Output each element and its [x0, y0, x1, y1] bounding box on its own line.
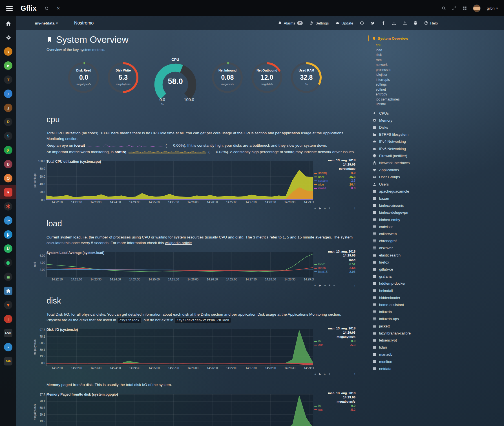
menu-app-elasticsearch[interactable]: elasticsearch	[372, 252, 457, 259]
gauge-net-outbound[interactable]: Net Outbound12.0megabits/s	[251, 57, 283, 100]
ndh-help[interactable]: Help	[424, 21, 438, 25]
gauge-disk-write[interactable]: Disk Write5.3megabytes/s	[107, 57, 140, 100]
rail-app-plex[interactable]: ›	[0, 44, 16, 59]
chart-plot-area[interactable]: 0.019.539.158.678.197.714:22:3014:23:001…	[33, 327, 357, 371]
chart-tool-3[interactable]: +	[329, 372, 330, 376]
menu-users[interactable]: Users	[372, 181, 457, 188]
rail-settings[interactable]	[0, 30, 16, 44]
menu-app-gitlab-ce[interactable]: gitlab-ce	[372, 266, 457, 273]
menu-app-binhex-emby[interactable]: binhex-emby	[372, 216, 457, 223]
rail-app-greendot[interactable]: ◉	[0, 256, 16, 270]
rail-app-sabnzbd[interactable]: sab	[0, 354, 16, 368]
menu-app-lidarr[interactable]: lidarr	[372, 344, 457, 351]
menu-app-diskover[interactable]: diskover	[372, 244, 457, 251]
gauge-disk-read[interactable]: Disk Read0.0megabytes/s	[67, 57, 100, 100]
menu-ipv6-networking[interactable]: IPv6 Networking	[372, 145, 457, 152]
chart-tool-4[interactable]: −	[333, 284, 335, 287]
rail-app-sonarr[interactable]: S	[0, 129, 16, 143]
user-menu[interactable]: gilbn	[487, 6, 498, 10]
chart-tool-0[interactable]: «	[314, 206, 316, 210]
menu-app-firefox[interactable]: firefox	[372, 259, 457, 266]
menu-ipv4-networking[interactable]: IPv4 Networking	[372, 138, 457, 145]
wikipedia-link[interactable]: wikipedia article	[165, 241, 192, 245]
search-icon[interactable]	[442, 6, 446, 10]
menu-sub-load[interactable]: load	[376, 48, 457, 53]
ndh-twitter[interactable]	[371, 21, 375, 25]
ndh-facebook[interactable]	[381, 21, 385, 25]
ndh-export[interactable]	[403, 21, 407, 25]
chart-tool-0[interactable]: «	[314, 372, 316, 376]
close-icon[interactable]: ×	[57, 5, 60, 11]
menu-app-jackett[interactable]: jackett	[372, 323, 457, 330]
rail-app-octo[interactable]: O	[0, 171, 16, 185]
chart-tool-1[interactable]: ▶	[319, 372, 321, 376]
menu-sub-uptime[interactable]: uptime	[376, 102, 457, 107]
menu-app-cadvisor[interactable]: cadvisor	[372, 223, 457, 230]
apps-grid-icon[interactable]	[463, 6, 467, 10]
chart-system-pgpgio[interactable]: Memory Paged from/to disk (system.pgpgio…	[33, 392, 357, 426]
chart-tool-0[interactable]: «	[314, 284, 316, 287]
rail-app-sync[interactable]: ∞	[0, 213, 16, 228]
menu-app-monitorr[interactable]: monitorr	[372, 358, 457, 365]
refresh-icon[interactable]	[45, 6, 49, 10]
menu-app-hddtemp-docker[interactable]: hddtemp-docker	[372, 280, 457, 287]
menu-app-grafana[interactable]: grafana	[372, 273, 457, 280]
rail-app-ubooquity[interactable]: U	[0, 242, 16, 256]
chart-tool-1[interactable]: ▶	[319, 206, 321, 210]
chart-system-load[interactable]: System Load Average (system.load)man. 13…	[33, 251, 357, 287]
menu-app-binhex-airsonic[interactable]: binhex-airsonic	[372, 202, 457, 209]
chart-plot-area[interactable]: 0.020.040.060.080.0100.014:22:3014:23:00…	[33, 159, 357, 205]
chart-resize-handle[interactable]: ↕	[354, 206, 356, 210]
chart-tool-4[interactable]: −	[333, 206, 335, 210]
menu-app-hiddenloader[interactable]: hiddenloader	[372, 294, 457, 301]
menu-sub-idlejitter[interactable]: idlejitter	[376, 72, 457, 77]
rail-app-tautulli[interactable]: T	[0, 73, 16, 87]
menu-user-groups[interactable]: User Groups	[372, 173, 457, 180]
rail-app-drop[interactable]: ●	[0, 340, 16, 354]
rail-app-lazylibrarian[interactable]: LAZY	[0, 326, 16, 340]
chart-plot-area[interactable]: 0.019.539.158.678.197.714:22:3014:23:001…	[33, 392, 357, 426]
rail-app-download[interactable]: ↓	[0, 312, 16, 326]
menu-sub-interrupts[interactable]: interrupts	[376, 77, 457, 82]
menu-applications[interactable]: Applications	[372, 166, 457, 173]
rail-app-radarr[interactable]: R	[0, 115, 16, 129]
chart-tool-3[interactable]: +	[329, 284, 330, 287]
menu-sub-ram[interactable]: ram	[376, 58, 457, 63]
menu-sub-cpu[interactable]: cpu	[376, 43, 457, 48]
menu-sub-processes[interactable]: processes	[376, 68, 457, 73]
menu-sub-disk[interactable]: disk	[376, 53, 457, 58]
menu-cpus[interactable]: CPUs	[372, 110, 457, 117]
rail-app-utorrent[interactable]: µ	[0, 228, 16, 242]
rail-app-gitlab[interactable]: ▼	[0, 298, 16, 312]
avatar[interactable]	[473, 5, 481, 12]
ndh-update[interactable]: Update	[335, 21, 353, 25]
menu-app-influxdb-ups[interactable]: influxdb-ups	[372, 315, 457, 322]
rail-home[interactable]	[0, 16, 16, 30]
menu-app-bazarr[interactable]: bazarr	[372, 195, 457, 202]
ndh-github[interactable]	[360, 21, 364, 25]
rail-app-jackett[interactable]: J	[0, 101, 16, 115]
rail-app-bolt[interactable]: ⚡	[0, 143, 16, 157]
menu-app-apacheguacamole[interactable]: apacheguacamole	[372, 188, 457, 195]
chart-tool-1[interactable]: ▶	[319, 284, 321, 287]
fullscreen-icon[interactable]	[452, 6, 456, 10]
ndh-settings[interactable]: Settings	[310, 21, 329, 25]
rail-app-bazarr[interactable]: B	[0, 157, 16, 171]
menu-app-lazylibrarian-calibre[interactable]: lazylibrarian-calibre	[372, 330, 457, 337]
menu-disks[interactable]: Disks	[372, 124, 457, 131]
rail-app-shield[interactable]: ▼	[0, 185, 16, 199]
gauge-cpu[interactable]: CPU58.00.0100.0%	[146, 57, 204, 106]
menu-app-calibreweb[interactable]: calibreweb	[372, 230, 457, 237]
my-netdata-menu[interactable]: my-netdata	[35, 21, 58, 25]
menu-system-overview[interactable]: System Overview	[368, 35, 457, 41]
chart-tool-2[interactable]: »	[324, 206, 326, 210]
menu-firewall-netfilter[interactable]: Firewall (netfilter)	[372, 152, 457, 159]
gauge-net-inbound[interactable]: Net Inbound0.08megabits/s	[211, 57, 244, 100]
menu-sub-softirqs[interactable]: softirqs	[376, 82, 457, 87]
menu-app-heimdall[interactable]: heimdall	[372, 287, 457, 294]
menu-app-netdata[interactable]: netdata	[372, 365, 457, 372]
ndh-print[interactable]	[414, 21, 417, 25]
chart-tool-2[interactable]: »	[324, 284, 326, 287]
rail-app-airsonic[interactable]: ♪	[0, 87, 16, 101]
chart-tool-4[interactable]: −	[333, 372, 335, 376]
